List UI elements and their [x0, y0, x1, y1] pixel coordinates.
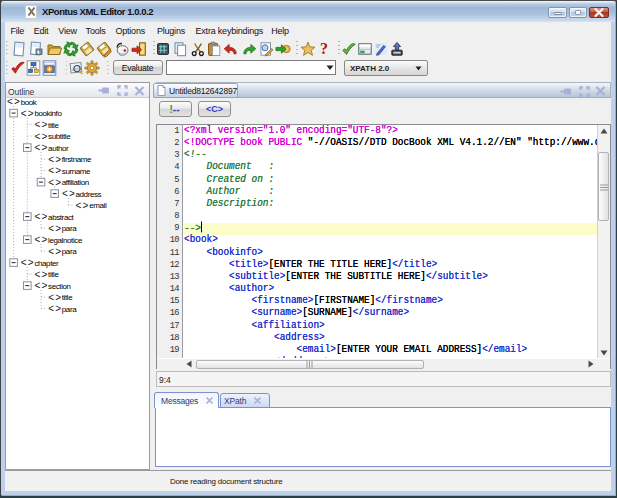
svg-text:address: address	[76, 190, 102, 199]
svg-text:<>: <>	[35, 269, 49, 280]
svg-text:subtitle: subtitle	[48, 132, 71, 141]
svg-text:title: title	[48, 121, 59, 130]
svg-text:<>: <>	[48, 154, 62, 165]
svg-text:para: para	[62, 305, 77, 314]
svg-text:author: author	[48, 144, 69, 153]
svg-text:title: title	[48, 270, 59, 279]
svg-text:<>: <>	[76, 200, 90, 211]
svg-text:<>: <>	[48, 165, 62, 176]
svg-text:<>: <>	[48, 303, 62, 314]
svg-text:book: book	[21, 98, 38, 107]
svg-text:chapter: chapter	[34, 259, 59, 268]
svg-text:<>: <>	[35, 234, 49, 245]
svg-text:<>: <>	[7, 96, 21, 107]
svg-text:surname: surname	[62, 167, 91, 176]
svg-text:section: section	[48, 282, 71, 291]
svg-text:<>: <>	[48, 292, 62, 303]
svg-text:para: para	[62, 247, 77, 256]
svg-text:legalnotice: legalnotice	[48, 236, 83, 245]
svg-text:<>: <>	[35, 119, 49, 130]
svg-text:bookinfo: bookinfo	[34, 109, 62, 118]
svg-text:<>: <>	[35, 211, 49, 222]
svg-text:<>: <>	[21, 257, 35, 268]
svg-text:affiliation: affiliation	[62, 178, 89, 187]
svg-text:<>: <>	[48, 246, 62, 257]
svg-text:title: title	[62, 293, 73, 302]
svg-text:<>: <>	[21, 108, 35, 119]
svg-text:<>: <>	[48, 177, 62, 188]
svg-text:abstract: abstract	[48, 213, 74, 222]
svg-text:<>: <>	[35, 131, 49, 142]
svg-text:email: email	[89, 201, 107, 210]
svg-text:<>: <>	[35, 280, 49, 291]
svg-text:<>: <>	[62, 188, 76, 199]
svg-text:firstname: firstname	[62, 155, 92, 164]
svg-text:<>: <>	[48, 223, 62, 234]
svg-text:para: para	[62, 224, 77, 233]
svg-text:<>: <>	[35, 142, 49, 153]
svg-text:?: ?	[320, 40, 328, 57]
